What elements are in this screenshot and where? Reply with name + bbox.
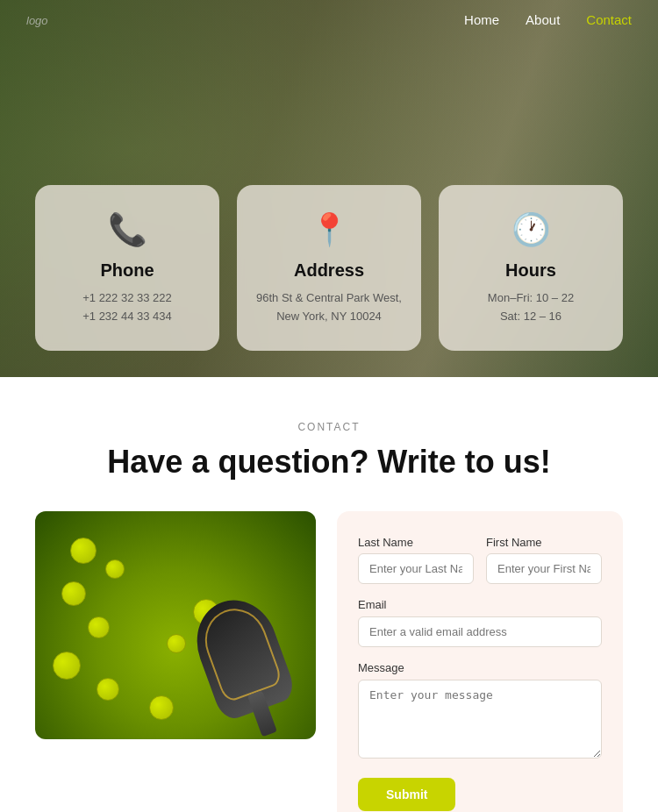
nav-item-contact[interactable]: Contact	[586, 12, 632, 28]
email-label: Email	[358, 598, 387, 611]
contact-image	[35, 511, 316, 739]
tennis-ball-6	[97, 678, 119, 701]
hours-card: 🕐 Hours Mon–Fri: 10 – 22 Sat: 12 – 16	[439, 185, 623, 351]
nav-logo: logo	[26, 14, 48, 27]
address-card: 📍 Address 96th St & Central Park West, N…	[237, 185, 421, 351]
email-group: Email	[358, 596, 602, 647]
nav-links: Home About Contact	[464, 12, 632, 28]
navbar: logo Home About Contact	[0, 0, 658, 40]
nav-link-home[interactable]: Home	[464, 12, 499, 27]
contact-label: CONTACT	[35, 421, 623, 433]
address-title: Address	[256, 260, 402, 281]
nav-item-home[interactable]: Home	[464, 12, 499, 28]
first-name-group: First Name	[486, 536, 602, 584]
last-name-input[interactable]	[358, 553, 474, 584]
contact-heading: Have a question? Write to us!	[35, 444, 623, 481]
message-textarea[interactable]	[358, 680, 602, 759]
last-name-group: Last Name	[358, 536, 474, 584]
phone-detail: +1 222 32 33 222 +1 232 44 33 434	[54, 289, 200, 326]
hero-section: 📞 Phone +1 222 32 33 222 +1 232 44 33 43…	[0, 0, 658, 377]
nav-link-contact[interactable]: Contact	[586, 12, 632, 27]
submit-button[interactable]: Submit	[358, 778, 455, 811]
location-icon: 📍	[256, 211, 402, 248]
email-input[interactable]	[358, 616, 602, 647]
hours-title: Hours	[458, 260, 604, 281]
nav-link-about[interactable]: About	[526, 12, 560, 27]
contact-form-wrapper: Last Name First Name Email Message	[337, 511, 623, 812]
phone-title: Phone	[54, 260, 200, 281]
phone-icon: 📞	[54, 211, 200, 248]
tennis-ball-5	[53, 652, 81, 680]
paddle-handle	[247, 690, 277, 737]
message-label: Message	[358, 661, 404, 674]
phone-card: 📞 Phone +1 222 32 33 222 +1 232 44 33 43…	[35, 185, 219, 351]
tennis-ball-3	[61, 581, 86, 606]
tennis-ball-7	[149, 695, 174, 720]
address-detail: 96th St & Central Park West, New York, N…	[256, 289, 402, 326]
first-name-label: First Name	[486, 536, 602, 549]
message-group: Message	[358, 659, 602, 762]
tennis-ball-8	[167, 634, 186, 653]
tennis-ball-2	[105, 559, 125, 579]
name-row: Last Name First Name	[358, 536, 602, 584]
first-name-input[interactable]	[486, 553, 602, 584]
clock-icon: 🕐	[458, 211, 604, 248]
tennis-ball-4	[88, 616, 110, 638]
last-name-label: Last Name	[358, 536, 474, 549]
tennis-ball-1	[70, 538, 97, 564]
nav-item-about[interactable]: About	[526, 12, 560, 28]
contact-cards-row: 📞 Phone +1 222 32 33 222 +1 232 44 33 43…	[0, 185, 658, 351]
paddle-detail	[196, 600, 283, 703]
hours-detail: Mon–Fri: 10 – 22 Sat: 12 – 16	[458, 289, 604, 326]
contact-section: CONTACT Have a question? Write to us!	[0, 377, 658, 812]
contact-body: Last Name First Name Email Message	[35, 511, 623, 812]
